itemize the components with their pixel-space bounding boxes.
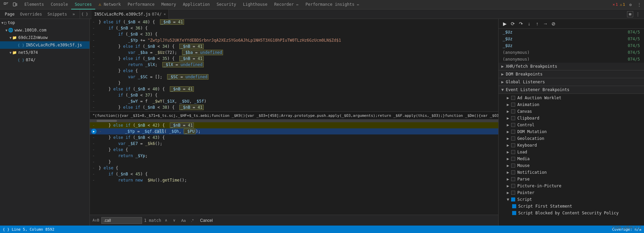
- device-icon[interactable]: [12, 1, 18, 8]
- bp-checkbox-ad-auction[interactable]: [511, 96, 515, 100]
- search-regex-btn[interactable]: .*: [189, 217, 195, 224]
- tree-arrow-icon: ▼: [5, 28, 7, 32]
- tab-performance[interactable]: Performance: [124, 0, 158, 9]
- tab-sources[interactable]: Sources: [71, 0, 95, 9]
- tab-overrides[interactable]: Overrides: [18, 9, 44, 19]
- bp-checkbox-load[interactable]: [511, 150, 515, 154]
- tab-more[interactable]: »: [71, 9, 77, 19]
- sidebar-item-file1[interactable]: { } IN5CvLacRcP6.e309c5f.js: [0, 41, 89, 49]
- debug-toolbar: ▶ ⟳ ↷ ↓ ↑ → ⊘: [499, 19, 644, 29]
- tab-lighthouse[interactable]: Lighthouse: [240, 0, 271, 9]
- call-stack-item-5[interactable]: (anonymous) 074/5: [499, 56, 644, 63]
- bp-script[interactable]: ▼ Script: [499, 196, 644, 203]
- bp-load[interactable]: ▶ Load: [499, 149, 644, 155]
- tab-security[interactable]: Security: [213, 0, 240, 9]
- call-stack-item-2[interactable]: _$Uz 074/5: [499, 36, 644, 42]
- h-scrollbar-thumb[interactable]: [97, 120, 117, 122]
- bp-checkbox-animation[interactable]: [511, 103, 515, 107]
- search-case-btn[interactable]: Aa: [179, 217, 187, 224]
- tab-memory[interactable]: Memory: [158, 0, 179, 9]
- open-file-tab[interactable]: IN5CvLacRcP6.e309c5f.js 074/ ✕: [92, 9, 169, 19]
- bp-checkbox-media[interactable]: [511, 157, 515, 161]
- bp-pointer[interactable]: ▶ Pointer: [499, 189, 644, 196]
- bp-checkbox-dom-mutation[interactable]: [511, 130, 515, 134]
- tab-page[interactable]: Page: [3, 9, 17, 19]
- more-tabs-btn[interactable]: ⋮: [635, 11, 641, 18]
- bp-geolocation[interactable]: ▶ Geolocation: [499, 135, 644, 142]
- bp-clipboard[interactable]: ▶ Clipboard: [499, 115, 644, 122]
- tab-application[interactable]: Application: [179, 0, 213, 9]
- bp-script-csp[interactable]: Script Blocked by Content Security Polic…: [499, 210, 644, 216]
- bp-notification[interactable]: ▶ Notification: [499, 169, 644, 176]
- bp-checkbox-pip[interactable]: [511, 184, 515, 188]
- search-next-btn[interactable]: ∨: [171, 217, 177, 224]
- debug-pause-btn[interactable]: ⟳: [509, 20, 516, 27]
- tab-close-btn[interactable]: ✕: [164, 12, 166, 16]
- section-events-header[interactable]: ▼ Event Listener Breakpoints: [499, 86, 644, 94]
- bp-checkbox-script[interactable]: [511, 197, 515, 202]
- sidebar-item-file2[interactable]: { } 074/: [0, 56, 89, 64]
- debug-step-over-btn[interactable]: ↷: [518, 20, 524, 27]
- bp-mouse[interactable]: ▶ Mouse: [499, 162, 644, 169]
- tab-console[interactable]: Console: [47, 0, 72, 9]
- sidebar-label-top: top: [8, 20, 15, 25]
- tab-network[interactable]: ⚠ Network: [95, 0, 124, 9]
- sidebar-item-top[interactable]: ▼ □ top: [0, 19, 89, 26]
- section-global-header[interactable]: ▶ Global Listeners: [499, 78, 644, 86]
- sidebar-item-domain[interactable]: ▼ 🌐 www.10010.com: [0, 26, 89, 34]
- tab-snippets[interactable]: Snippets: [45, 9, 69, 19]
- tab-recorder[interactable]: Recorder ✏: [271, 0, 302, 9]
- bp-pip[interactable]: ▶ Picture-in-Picture: [499, 183, 644, 189]
- debug-resume-btn[interactable]: ▶: [501, 20, 508, 27]
- bp-checkbox-notification[interactable]: [511, 170, 515, 174]
- bp-checkbox-canvas[interactable]: [511, 109, 515, 113]
- search-prev-btn[interactable]: ∧: [163, 217, 169, 224]
- call-stack-item-3[interactable]: _$Uz 074/5: [499, 42, 644, 49]
- sidebar-item-folder1[interactable]: ▼ 📁 69dcJIZnWuow: [0, 34, 89, 41]
- sidebar-item-folder2[interactable]: ▼ 📁 net5/074: [0, 49, 89, 56]
- settings-icon[interactable]: ⚙: [627, 1, 634, 8]
- bp-script-first-stmt[interactable]: Script First Statement: [499, 203, 644, 210]
- bp-checkbox-mouse[interactable]: [511, 164, 515, 168]
- tab-elements[interactable]: Elements: [21, 0, 47, 9]
- search-cancel-btn[interactable]: Cancel: [197, 217, 215, 224]
- bp-ad-auction[interactable]: ▶ Ad Auction Worklet: [499, 94, 644, 101]
- inspect-icon[interactable]: [3, 1, 9, 8]
- bp-checkbox-parse[interactable]: [511, 177, 515, 181]
- panel-toggle[interactable]: ⊞: [627, 11, 633, 17]
- bp-control[interactable]: ▶ Control: [499, 122, 644, 128]
- tab-application-label: Application: [183, 2, 209, 7]
- bp-checkbox-clipboard[interactable]: [511, 116, 515, 120]
- bp-checkbox-keyboard[interactable]: [511, 143, 515, 147]
- line-col-status: Line 5, Column 8592: [12, 227, 55, 232]
- bp-keyboard[interactable]: ▶ Keyboard: [499, 142, 644, 149]
- debug-step-into-btn[interactable]: ↓: [526, 20, 532, 27]
- bp-animation[interactable]: ▶ Animation: [499, 101, 644, 108]
- section-xhr-header[interactable]: ▶ XHR/fetch Breakpoints: [499, 63, 644, 70]
- bp-checkbox-control[interactable]: [511, 123, 515, 127]
- debug-deactivate-btn[interactable]: ⊘: [550, 20, 557, 27]
- search-input[interactable]: [101, 217, 142, 224]
- h-scrollbar[interactable]: [90, 120, 498, 122]
- bp-media[interactable]: ▶ Media: [499, 155, 644, 162]
- bp-checkbox-script-csp[interactable]: [512, 211, 516, 215]
- bp-arrow-icon: ▶: [507, 190, 509, 195]
- file-tabs-left: Page Overrides Snippets »: [0, 9, 80, 19]
- bp-arrow-icon: ▶: [507, 102, 509, 107]
- bp-canvas[interactable]: ▶ Canvas: [499, 108, 644, 115]
- bp-checkbox-script-first-stmt[interactable]: [512, 204, 516, 208]
- call-stack-item-4[interactable]: (anonymous) 074/5: [499, 49, 644, 56]
- code-line: - if (_$nB < 33) {: [90, 31, 498, 37]
- bp-checkbox-geolocation[interactable]: [511, 136, 515, 141]
- more-options-icon[interactable]: ⋮: [636, 1, 643, 8]
- code-line: - }: [90, 159, 498, 165]
- bp-parse[interactable]: ▶ Parse: [499, 176, 644, 183]
- debug-step-btn[interactable]: →: [542, 20, 549, 27]
- debug-step-out-btn[interactable]: ↑: [534, 20, 541, 27]
- bp-dom-mutation[interactable]: ▶ DOM Mutation: [499, 128, 644, 135]
- tab-perf-insights[interactable]: Performance insights ✏: [302, 0, 363, 9]
- code-line: - return _$Yp;: [90, 153, 498, 159]
- section-dom-header[interactable]: ▶ DOM Breakpoints: [499, 70, 644, 78]
- bp-checkbox-pointer[interactable]: [511, 191, 515, 195]
- call-stack-item-1[interactable]: _$Uz 074/5: [499, 29, 644, 36]
